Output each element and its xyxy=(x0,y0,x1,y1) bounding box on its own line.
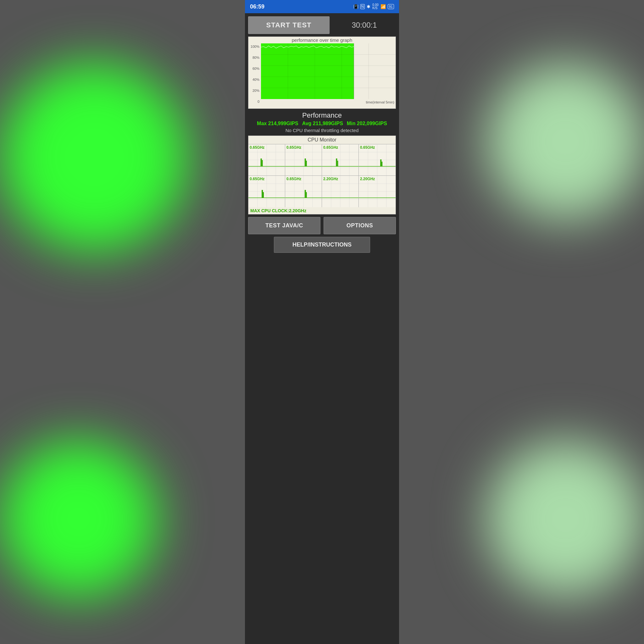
graph-green-area xyxy=(261,43,354,99)
performance-stats: Max 214,999GIPS Avg 211,989GIPS Min 202,… xyxy=(248,121,396,126)
cpu-core-3-freq: 0.65GHz xyxy=(360,145,375,150)
status-icons: 📳 N ✱ 0.00K/S 📶 91 xyxy=(353,3,394,10)
cpu-core-3: 0.65GHz xyxy=(359,144,396,176)
y-label-0: 0 xyxy=(249,100,260,103)
bg-decoration-bl xyxy=(0,440,157,597)
cpu-core-1: 0.65GHz xyxy=(285,144,322,176)
timer-display: 30:00:1 xyxy=(333,21,396,30)
y-label-60: 60% xyxy=(249,67,260,70)
cpu-monitor-title: CPU Monitor xyxy=(248,136,396,144)
y-label-80: 80% xyxy=(249,56,260,59)
graph-y-labels: 0 20% 40% 60% 80% 100% xyxy=(248,43,261,105)
bg-decoration-tl xyxy=(0,63,189,252)
nfc-icon: N xyxy=(360,4,365,9)
bg-decoration-br xyxy=(487,440,644,597)
cpu-core-5: 0.65GHz xyxy=(285,176,322,207)
throttle-status: No CPU thermal throttling detected xyxy=(248,128,396,133)
performance-section: Performance Max 214,999GIPS Avg 211,989G… xyxy=(248,111,396,133)
cpu-grid: 0.65GHz xyxy=(248,144,396,207)
cpu-max-clock-label: MAX CPU CLOCK:2.20GHz xyxy=(248,207,396,214)
cpu-core-4: 0.65GHz xyxy=(248,176,285,207)
phone-screen: 06:59 📳 N ✱ 0.00K/S 📶 91 START TEST 30:0… xyxy=(245,0,399,644)
bg-decoration-tr xyxy=(487,63,644,220)
cpu-core-4-freq: 0.65GHz xyxy=(250,177,264,181)
test-java-c-button[interactable]: TEST JAVA/C xyxy=(248,217,320,234)
cpu-core-5-freq: 0.65GHz xyxy=(286,177,301,181)
cpu-monitor-section: CPU Monitor 0.65GHz xyxy=(248,136,396,214)
bluetooth-icon: ✱ xyxy=(367,4,370,9)
graph-x-label: time(interval 5min) xyxy=(366,100,394,104)
y-label-40: 40% xyxy=(249,78,260,81)
cpu-core-7-freq: 2.20GHz xyxy=(360,177,375,181)
cpu-core-6: 2.20GHz xyxy=(322,176,359,207)
y-label-20: 20% xyxy=(249,89,260,92)
status-time: 06:59 xyxy=(250,3,264,10)
cpu-core-0: 0.65GHz xyxy=(248,144,285,176)
graph-area: 0 20% 40% 60% 80% 100% xyxy=(248,43,396,105)
top-row: START TEST 30:00:1 xyxy=(248,16,396,34)
graph-empty-area xyxy=(354,43,396,99)
help-button-row: HELP/INSTRUCTIONS xyxy=(248,237,396,253)
help-instructions-button[interactable]: HELP/INSTRUCTIONS xyxy=(274,237,370,253)
cpu-core-0-freq: 0.65GHz xyxy=(250,145,264,150)
perf-avg: Avg 211,989GIPS xyxy=(302,121,343,126)
performance-title: Performance xyxy=(248,111,396,119)
bottom-buttons-row: TEST JAVA/C OPTIONS xyxy=(248,217,396,234)
perf-max: Max 214,999GIPS xyxy=(257,121,298,126)
battery-indicator: 91 xyxy=(388,4,394,9)
status-bar: 06:59 📳 N ✱ 0.00K/S 📶 91 xyxy=(245,0,399,13)
perf-min: Min 202,099GIPS xyxy=(347,121,387,126)
y-label-100: 100% xyxy=(249,45,260,48)
options-button[interactable]: OPTIONS xyxy=(324,217,396,234)
graph-plot xyxy=(261,43,396,99)
cpu-core-2: 0.65GHz xyxy=(322,144,359,176)
cpu-core-6-freq: 2.20GHz xyxy=(323,177,338,181)
data-speed-icon: 0.00K/S xyxy=(372,3,378,10)
cpu-core-1-freq: 0.65GHz xyxy=(286,145,301,150)
performance-graph-container: performance over time graph 0 20% 40% 60… xyxy=(248,36,396,109)
start-test-button[interactable]: START TEST xyxy=(248,16,330,34)
wifi-icon: 📶 xyxy=(380,4,386,9)
vibrate-icon: 📳 xyxy=(353,4,358,9)
graph-title: performance over time graph xyxy=(248,37,396,43)
cpu-core-7: 2.20GHz xyxy=(359,176,396,207)
app-body: START TEST 30:00:1 performance over time… xyxy=(245,13,399,644)
cpu-core-2-freq: 0.65GHz xyxy=(323,145,338,150)
